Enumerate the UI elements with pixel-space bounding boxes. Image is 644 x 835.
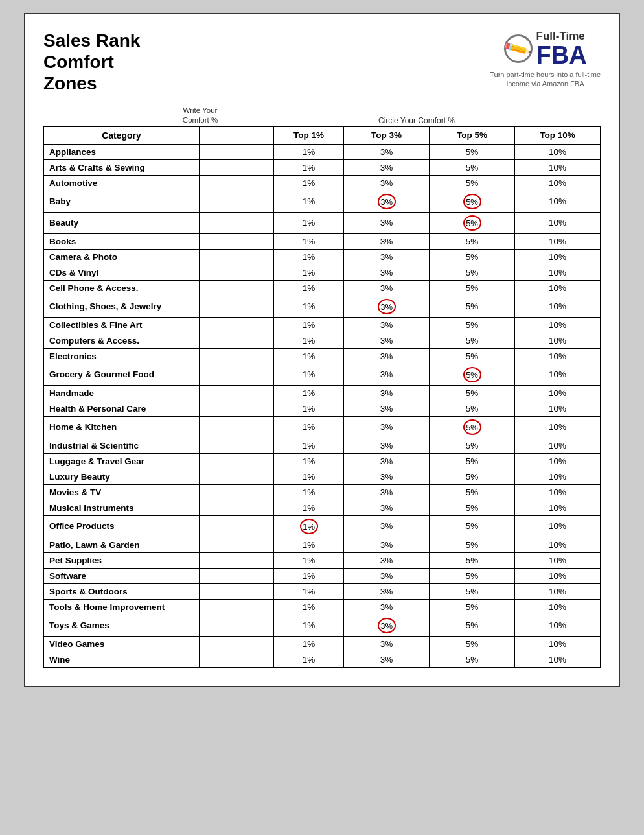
table-row: Luggage & Travel Gear1%3%5%10% [44,453,601,469]
cell-write-input[interactable] [199,233,273,249]
table-row: Patio, Lawn & Garden1%3%5%10% [44,537,601,552]
cell-write-input[interactable] [199,537,273,552]
cell-category: CDs & Vinyl [44,265,200,280]
cell-category: Grocery & Gourmet Food [44,364,200,385]
cell-write-input[interactable] [199,175,273,191]
cell-top10: 10% [515,416,601,438]
cell-write-input[interactable] [199,296,273,317]
cell-top1: 1% [274,453,344,469]
cell-write-input[interactable] [199,453,273,469]
cell-category: Electronics [44,348,200,364]
cell-top3: 3% [344,416,430,438]
title-line1: Sales Rank [43,30,140,51]
cell-top10: 10% [515,175,601,191]
cell-top10: 10% [515,265,601,280]
cell-top5: 5% [430,500,515,515]
cell-write-input[interactable] [199,333,273,348]
cell-top1: 1% [274,401,344,416]
cell-top3: 3% [344,280,430,296]
cell-category: Wine [44,652,200,667]
table-row: Collectibles & Fine Art1%3%5%10% [44,317,601,333]
cell-category: Clothing, Shoes, & Jewelry [44,296,200,317]
cell-top3: 3% [344,333,430,348]
cell-top10: 10% [515,385,601,401]
table-row: Luxury Beauty1%3%5%10% [44,469,601,484]
cell-top10: 10% [515,515,601,537]
table-row: Baby1%3%5%10% [44,191,601,212]
title-line3: Zones [43,73,140,94]
cell-category: Patio, Lawn & Garden [44,537,200,552]
cell-write-input[interactable] [199,348,273,364]
cell-top10: 10% [515,469,601,484]
cell-write-input[interactable] [199,438,273,453]
main-table: Category Top 1% Top 3% Top 5% Top 10% Ap… [43,126,601,668]
cell-write-input[interactable] [199,249,273,265]
cell-top5: 5% [430,233,515,249]
cell-top5: 5% [430,636,515,652]
cell-top5: 5% [430,652,515,667]
cell-category: Collectibles & Fine Art [44,317,200,333]
cell-top1: 1% [274,615,344,636]
cell-top1: 1% [274,265,344,280]
header-top1: Top 1% [274,126,344,144]
circled-value: 5% [463,194,481,209]
cell-write-input[interactable] [199,265,273,280]
cell-write-input[interactable] [199,469,273,484]
title-block: Sales Rank Comfort Zones [43,30,140,94]
cell-top1: 1% [274,484,344,500]
cell-top1: 1% [274,599,344,615]
circled-value: 3% [378,618,396,633]
cell-top1: 1% [274,438,344,453]
cell-top5: 5% [430,416,515,438]
cell-top1: 1% [274,233,344,249]
cell-top5: 5% [430,401,515,416]
cell-top1: 1% [274,249,344,265]
table-row: Tools & Home Improvement1%3%5%10% [44,599,601,615]
table-row: Beauty1%3%5%10% [44,212,601,233]
cell-write-input[interactable] [199,212,273,233]
cell-write-input[interactable] [199,599,273,615]
table-row: Arts & Crafts & Sewing1%3%5%10% [44,159,601,175]
cell-top5: 5% [430,583,515,599]
cell-write-input[interactable] [199,280,273,296]
cell-top10: 10% [515,348,601,364]
header-top5: Top 5% [430,126,515,144]
cell-top3: 3% [344,453,430,469]
cell-write-input[interactable] [199,583,273,599]
cell-write-input[interactable] [199,416,273,438]
cell-write-input[interactable] [199,500,273,515]
table-row: Sports & Outdoors1%3%5%10% [44,583,601,599]
cell-top3: 3% [344,249,430,265]
logo-tagline-line1: Turn part-time hours into a full-time [490,71,601,78]
cell-write-input[interactable] [199,552,273,568]
cell-write-input[interactable] [199,652,273,667]
cell-write-input[interactable] [199,364,273,385]
cell-top1: 1% [274,348,344,364]
cell-write-input[interactable] [199,515,273,537]
cell-top3: 3% [344,191,430,212]
cell-top10: 10% [515,438,601,453]
cell-write-input[interactable] [199,191,273,212]
cell-top10: 10% [515,636,601,652]
cell-write-input[interactable] [199,568,273,583]
cell-category: Automotive [44,175,200,191]
cell-write-input[interactable] [199,317,273,333]
cell-top5: 5% [430,385,515,401]
cell-top3: 3% [344,537,430,552]
cell-write-input[interactable] [199,615,273,636]
cell-write-input[interactable] [199,159,273,175]
cell-top1: 1% [274,191,344,212]
cell-top5: 5% [430,552,515,568]
cell-top1: 1% [274,537,344,552]
cell-write-input[interactable] [199,385,273,401]
cell-top1: 1% [274,552,344,568]
cell-write-input[interactable] [199,636,273,652]
cell-write-input[interactable] [199,484,273,500]
cell-top3: 3% [344,144,430,159]
header-write [199,126,273,144]
header-top10: Top 10% [515,126,601,144]
cell-write-input[interactable] [199,144,273,159]
cell-write-input[interactable] [199,401,273,416]
table-row: Computers & Access.1%3%5%10% [44,333,601,348]
cell-top5: 5% [430,191,515,212]
